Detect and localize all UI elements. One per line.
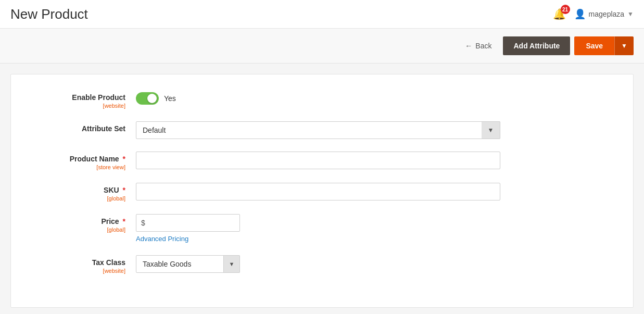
enable-product-label: Enable Product	[32, 93, 125, 102]
product-name-row: Product Name * [store view]	[32, 152, 500, 170]
back-arrow-icon: ←	[465, 42, 472, 50]
tax-class-label: Tax Class	[32, 258, 125, 267]
price-control: $ Advanced Pricing	[136, 214, 500, 243]
attribute-set-select[interactable]: Default	[136, 121, 500, 139]
attribute-set-control: Default ▼	[136, 121, 500, 139]
product-name-scope: [store view]	[32, 164, 125, 170]
currency-symbol: $	[141, 219, 145, 227]
price-label-group: Price * [global]	[32, 214, 136, 233]
product-name-input[interactable]	[136, 152, 500, 169]
price-input-wrapper: $	[136, 214, 240, 232]
tax-class-label-group: Tax Class [website]	[32, 255, 136, 274]
user-menu[interactable]: 👤 mageplaza ▼	[574, 8, 634, 20]
sku-label-group: SKU * [global]	[32, 183, 136, 202]
price-label: Price *	[32, 217, 125, 225]
attribute-set-label-group: Attribute Set	[32, 121, 136, 133]
tax-class-select[interactable]: Taxable Goods None	[136, 255, 240, 273]
price-scope: [global]	[32, 227, 125, 233]
toggle-yes-label: Yes	[164, 94, 176, 103]
product-name-label-group: Product Name * [store view]	[32, 152, 136, 170]
product-name-label: Product Name *	[32, 155, 125, 163]
notification-badge: 21	[561, 5, 570, 14]
save-dropdown-button[interactable]: ▼	[614, 36, 634, 55]
sku-input[interactable]	[136, 183, 500, 200]
toolbar: ← Back Add Attribute Save ▼	[0, 29, 644, 64]
tax-class-control: Taxable Goods None ▼	[136, 255, 500, 273]
top-header: New Product 🔔 21 👤 mageplaza ▼	[0, 0, 644, 29]
notification-bell[interactable]: 🔔 21	[553, 8, 566, 20]
save-chevron-icon: ▼	[621, 42, 627, 49]
top-right: 🔔 21 👤 mageplaza ▼	[553, 8, 634, 20]
enable-product-toggle[interactable]	[136, 92, 159, 105]
tax-class-select-wrapper: Taxable Goods None ▼	[136, 255, 240, 273]
attribute-set-select-wrapper: Default ▼	[136, 121, 500, 139]
tax-class-scope: [website]	[32, 268, 125, 274]
sku-scope: [global]	[32, 195, 125, 202]
user-icon: 👤	[574, 8, 586, 20]
save-button[interactable]: Save	[574, 36, 614, 55]
price-required: *	[123, 217, 125, 225]
user-name: mageplaza	[589, 10, 625, 18]
price-row: Price * [global] $ Advanced Pricing	[32, 214, 500, 243]
add-attribute-button[interactable]: Add Attribute	[503, 36, 570, 55]
back-button[interactable]: ← Back	[458, 37, 499, 54]
enable-product-control: Yes	[136, 90, 500, 105]
page-title: New Product	[10, 6, 88, 22]
product-name-control	[136, 152, 500, 169]
toggle-thumb	[147, 94, 157, 103]
product-name-required: *	[123, 155, 125, 163]
toggle-row: Yes	[136, 90, 500, 105]
sku-label: SKU *	[32, 186, 125, 194]
enable-product-label-group: Enable Product [website]	[32, 90, 136, 109]
tax-class-row: Tax Class [website] Taxable Goods None ▼	[32, 255, 500, 274]
attribute-set-row: Attribute Set Default ▼	[32, 121, 500, 139]
sku-row: SKU * [global]	[32, 183, 500, 202]
advanced-pricing-link[interactable]: Advanced Pricing	[136, 235, 500, 243]
enable-product-row: Enable Product [website] Yes	[32, 90, 500, 109]
save-button-group: Save ▼	[574, 36, 634, 55]
sku-control	[136, 183, 500, 200]
enable-product-scope: [website]	[32, 103, 125, 109]
attribute-set-label: Attribute Set	[32, 124, 125, 133]
toggle-track	[136, 92, 159, 105]
price-input[interactable]	[136, 214, 240, 232]
chevron-down-icon: ▼	[627, 10, 634, 18]
sku-required: *	[123, 186, 125, 194]
main-content: Enable Product [website] Yes Attribute S…	[10, 74, 634, 308]
